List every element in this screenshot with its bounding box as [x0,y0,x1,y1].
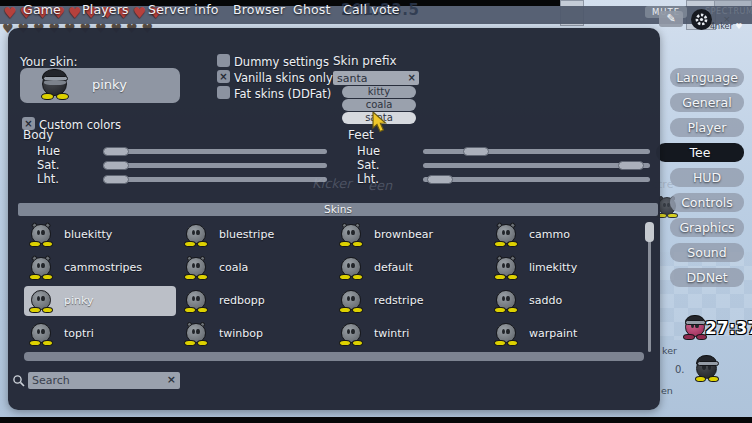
your-skin-label: Your skin: [20,55,78,69]
skin-name-label: pinky [64,286,94,316]
skin-tee-icon [184,223,208,247]
tab-graphics[interactable]: Graphics [670,218,744,237]
santa-hat [42,69,67,80]
prefix-option-kitty[interactable]: kitty [342,86,416,98]
skin-item-brownbear[interactable]: brownbear [334,220,486,250]
tab-player[interactable]: Player [670,118,744,137]
tab-hud[interactable]: HUD [670,168,744,187]
tee-foot [42,241,53,247]
skin-tee-icon [339,289,363,313]
health-heart-icon: ♥ [133,6,146,21]
skin-item-limekitty[interactable]: limekitty [489,253,641,283]
menubar-item-server-info[interactable]: Server info [148,2,219,17]
skin-item-coala[interactable]: coala [179,253,331,283]
skin-item-twintri[interactable]: twintri [334,319,486,349]
current-skin-button[interactable]: pinky [20,68,180,103]
close-icon[interactable]: × [723,14,731,24]
slider-handle[interactable] [463,147,489,156]
skin-name-label: twintri [374,319,409,349]
menubar-item-browser[interactable]: Browser [233,2,285,17]
tee-foot [339,307,350,313]
skin-tee-icon [184,289,208,313]
tee-eye [351,263,354,268]
pencil-icon[interactable]: ✎ [659,11,683,27]
tee-foot [494,274,505,280]
skin-item-cammo[interactable]: cammo [489,220,641,250]
tab-tee[interactable]: Tee [656,143,744,162]
skin-item-pinky[interactable]: pinky [24,286,176,316]
tee-eye [506,263,509,268]
slider-handle[interactable] [103,161,129,170]
tee-foot [507,340,518,346]
color-group-body: BodyHueSat.Lht. [23,128,327,186]
menubar-item-ghost[interactable]: Ghost [293,2,331,17]
prefix-option-coala[interactable]: coala [342,99,416,111]
tee-eye [196,329,199,334]
tab-controls[interactable]: Controls [670,193,744,212]
bg-name-fragment: ker [662,345,677,356]
current-skin-tee [40,70,70,100]
search-box: × [28,372,180,389]
bg-watermark: een [368,178,392,193]
checkbox-label: Fat skins (DDFat) [234,87,331,101]
skin-item-toptri[interactable]: toptri [24,319,176,349]
slider-handle[interactable] [618,161,644,170]
slider-handle[interactable] [103,147,129,156]
clear-search-icon[interactable]: × [167,373,176,386]
color-group-feet: FeetHueSat.Lht. [348,128,650,186]
menubar-item-call-vote[interactable]: Call vote [343,2,400,17]
skin-prefix-input-wrap: × [333,71,419,85]
slider-track[interactable] [103,163,327,168]
tee-eye [351,329,354,334]
slider-row-lht: Lht. [23,172,327,186]
tee-foot [29,274,40,280]
tab-ddnet[interactable]: DDNet [670,268,744,287]
skin-tee-icon [494,322,518,346]
skin-prefix-input[interactable] [333,71,409,85]
menubar-item-players[interactable]: Players [82,2,129,17]
tee-foot [29,307,40,313]
skins-hscrollbar[interactable] [24,352,644,361]
slider-label: Hue [23,144,103,158]
skin-item-warpaint[interactable]: warpaint [489,319,641,349]
tee-foot [352,307,363,313]
gear-icon[interactable] [691,9,712,30]
skin-item-bluestripe[interactable]: bluestripe [179,220,331,250]
skin-item-redbopp[interactable]: redbopp [179,286,331,316]
slider-track[interactable] [103,177,327,182]
search-input[interactable] [28,372,166,389]
skin-name-label: bluestripe [219,220,274,250]
skin-item-default[interactable]: default [334,253,486,283]
slider-track[interactable] [423,149,650,154]
skin-item-bluekitty[interactable]: bluekitty [24,220,176,250]
slider-row-hue: Hue [23,144,327,158]
slider-track[interactable] [423,177,650,182]
skin-item-redstripe[interactable]: redstripe [334,286,486,316]
skin-tee-icon [29,289,53,313]
checkbox [217,54,230,67]
tee-foot [494,241,505,247]
skin-item-saddo[interactable]: saddo [489,286,641,316]
tee-foot [42,307,53,313]
skin-name-label: cammostripes [64,253,142,283]
skins-scrollbar-thumb[interactable] [645,222,654,242]
tab-sound[interactable]: Sound [670,243,744,262]
clear-prefix-icon[interactable]: × [408,71,416,85]
skin-item-cammostripes[interactable]: cammostripes [24,253,176,283]
checkbox-label: Dummy settings [234,55,329,69]
tee-foot [507,274,518,280]
tee-settings-window: Your skin: pinky Dummy settings×Vanilla … [8,28,660,410]
tee-foot [494,307,505,313]
health-heart-icon: ♥ [3,6,16,21]
tee-eye [506,230,509,235]
skin-item-twinbop[interactable]: twinbop [179,319,331,349]
slider-track[interactable] [423,163,650,168]
tee-eye [196,230,199,235]
slider-handle[interactable] [427,175,453,184]
slider-track[interactable] [103,149,327,154]
slider-handle[interactable] [103,175,129,184]
skin-tee-icon [339,322,363,346]
tab-general[interactable]: General [670,93,744,112]
menubar-item-game[interactable]: Game [23,2,61,17]
tab-language[interactable]: Language [670,68,744,87]
